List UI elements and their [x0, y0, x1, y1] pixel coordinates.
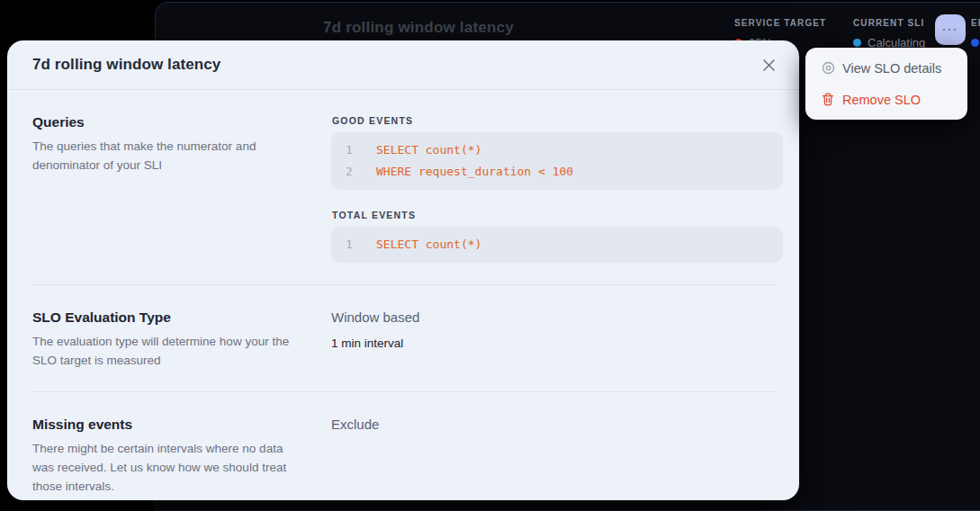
evaluation-heading: SLO Evaluation Type [32, 309, 331, 326]
total-events-query-editor: 1 SELECT count(*) [331, 227, 783, 263]
modal-header: 7d rolling window latency [7, 40, 799, 90]
slo-row-context-menu: View SLO details Remove SLO [805, 48, 967, 120]
evaluation-interval-value: 1 min interval [331, 336, 783, 350]
good-events-query-editor: 1 SELECT count(*) 2 WHERE request_durati… [331, 132, 783, 190]
error-budget-label: ERROR BUDGET [971, 18, 980, 28]
evaluation-section-right: Window based 1 min interval [331, 309, 783, 370]
evaluation-type-section: SLO Evaluation Type The evaluation type … [7, 285, 799, 391]
line-number: 1 [346, 139, 365, 161]
queries-heading: Queries [32, 114, 331, 130]
missing-section-right: Exclude [331, 417, 783, 496]
current-sli-column: CURRENT SLI Calculating [853, 18, 925, 49]
code-line: 1 SELECT count(*) [331, 234, 783, 256]
menu-item-remove-slo[interactable]: Remove SLO [805, 85, 967, 113]
line-number: 1 [346, 234, 365, 256]
evaluation-type-value: Window based [331, 309, 783, 325]
missing-section-left: Missing events There might be certain in… [32, 417, 331, 496]
code-text: SELECT count(*) [376, 234, 481, 256]
queries-section: Queries The queries that make the numera… [7, 90, 799, 284]
good-events-label: GOOD EVENTS [332, 115, 783, 126]
error-budget-value: Calculating [971, 36, 980, 49]
app-background: 7d rolling window latency 95% of request… [0, 0, 980, 511]
status-dot [853, 39, 861, 47]
current-sli-label: CURRENT SLI [853, 18, 925, 28]
code-line: 2 WHERE request_duration < 100 [331, 161, 783, 183]
queries-section-right: GOOD EVENTS 1 SELECT count(*) 2 WHERE re… [331, 114, 783, 263]
missing-events-description: There might be certain intervals where n… [32, 439, 302, 496]
total-events-label: TOTAL EVENTS [332, 210, 783, 220]
code-text: SELECT count(*) [376, 139, 481, 161]
modal-title: 7d rolling window latency [32, 56, 220, 74]
slo-row-title: 7d rolling window latency [323, 19, 514, 37]
code-line: 1 SELECT count(*) [331, 139, 783, 161]
menu-item-label: Remove SLO [842, 93, 921, 107]
error-budget-column: ERROR BUDGET Calculating [971, 18, 980, 49]
service-target-label: SERVICE TARGET [734, 18, 826, 28]
slo-details-modal: 7d rolling window latency Queries The qu… [7, 40, 799, 500]
missing-events-value: Exclude [331, 417, 783, 432]
code-text: WHERE request_duration < 100 [376, 161, 573, 183]
queries-description: The queries that make the numerator and … [32, 137, 274, 175]
close-icon[interactable] [760, 56, 778, 74]
missing-events-section: Missing events There might be certain in… [7, 392, 799, 511]
line-number: 2 [346, 161, 365, 183]
menu-item-label: View SLO details [842, 61, 941, 76]
row-more-actions-button[interactable]: ··· [935, 14, 966, 45]
menu-item-view-slo-details[interactable]: View SLO details [805, 54, 967, 82]
circle-dot-icon [821, 61, 835, 76]
missing-events-heading: Missing events [32, 417, 331, 433]
queries-section-left: Queries The queries that make the numera… [32, 114, 331, 263]
status-dot [971, 39, 979, 47]
evaluation-description: The evaluation type will determine how y… [32, 332, 299, 370]
evaluation-section-left: SLO Evaluation Type The evaluation type … [32, 309, 331, 370]
trash-icon [821, 93, 835, 107]
